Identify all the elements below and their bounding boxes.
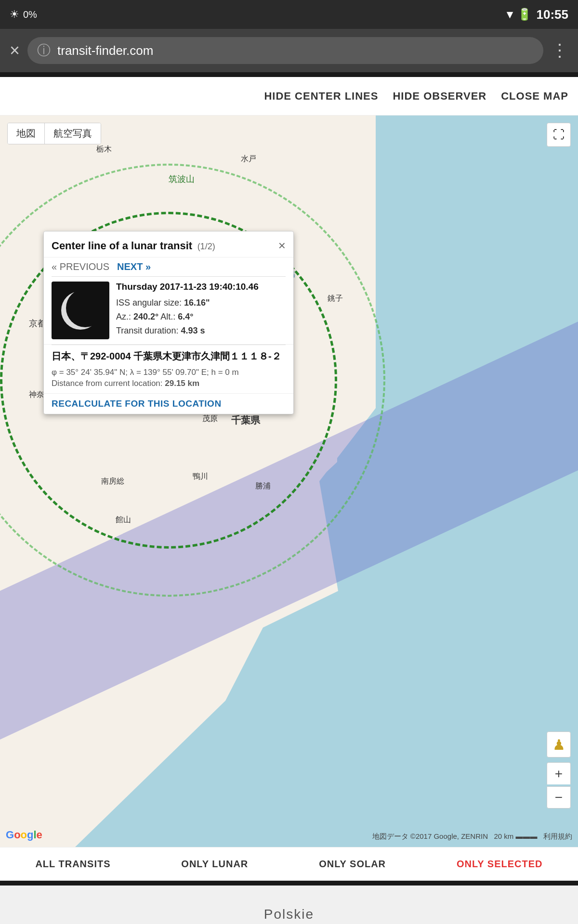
- wifi-icon: ▾: [507, 8, 512, 21]
- popup-prev-button[interactable]: « PREVIOUS: [52, 261, 109, 272]
- hide-observer-button[interactable]: HIDE OBSERVER: [393, 90, 486, 103]
- status-bar-left: ☀ 0%: [10, 8, 37, 21]
- iss-size-value: 16.16": [184, 298, 210, 308]
- popup-detail: ISS angular size: 16.16" Az.: 240.2° Alt…: [116, 296, 286, 337]
- popup-header: Center line of a lunar transit (1/2) ×: [44, 231, 293, 257]
- only-selected-button[interactable]: ONLY SELECTED: [457, 859, 543, 870]
- bottom-toolbar: ALL TRANSITS ONLY LUNAR ONLY SOLAR ONLY …: [0, 847, 578, 881]
- only-lunar-button[interactable]: ONLY LUNAR: [181, 859, 248, 870]
- popup-title-area: Center line of a lunar transit (1/2): [52, 240, 215, 252]
- alt-value: 6.4°: [178, 312, 193, 321]
- map-type-switcher[interactable]: 地図 航空写真: [7, 123, 101, 144]
- popup-counter: (1/2): [197, 242, 215, 251]
- google-g2: g: [27, 829, 33, 841]
- clock: 10:55: [537, 7, 569, 22]
- recalculate-button[interactable]: RECALCULATE FOR THIS LOCATION: [44, 394, 293, 414]
- az-label: Az.:: [116, 312, 133, 321]
- battery-percent: 0%: [23, 9, 37, 20]
- distance-value: 29.15 km: [165, 379, 199, 388]
- map-type-map[interactable]: 地図: [8, 123, 45, 144]
- popup-title: Center line of a lunar transit: [52, 240, 192, 252]
- az-value: 240.2°: [133, 312, 158, 321]
- duration-value: 4.93 s: [181, 326, 205, 335]
- popup-info: Thursday 2017-11-23 19:40:10.46 ISS angu…: [116, 282, 286, 339]
- info-icon: ⓘ: [37, 41, 51, 60]
- google-o2: o: [21, 829, 27, 841]
- below-map-area: Polskie: [0, 886, 578, 924]
- zoom-out-icon: −: [555, 790, 563, 805]
- browser-bar: × ⓘ transit-finder.com ⋮: [0, 29, 578, 72]
- fullscreen-button[interactable]: ⛶: [547, 123, 571, 147]
- only-solar-button[interactable]: ONLY SOLAR: [319, 859, 386, 870]
- map-controls: ♟ + −: [547, 732, 571, 808]
- status-bar-right: ▾ 🔋 10:55: [507, 7, 569, 22]
- location-name: 日本、〒292-0004 千葉県木更津市久津間１１１８-２: [52, 350, 286, 363]
- browser-close-button[interactable]: ×: [10, 40, 20, 61]
- moon-crescent: [61, 291, 100, 330]
- google-e: e: [37, 829, 42, 841]
- hide-center-lines-button[interactable]: HIDE CENTER LINES: [264, 90, 378, 103]
- fullscreen-icon: ⛶: [553, 128, 565, 141]
- pegman-icon: ♟: [552, 736, 565, 753]
- map-type-aerial[interactable]: 航空写真: [45, 123, 101, 144]
- location-distance: Distance from current location: 29.15 km: [52, 379, 286, 388]
- close-map-button[interactable]: CLOSE MAP: [501, 90, 568, 103]
- zoom-out-button[interactable]: −: [547, 786, 571, 808]
- popup-card: Center line of a lunar transit (1/2) × «…: [43, 231, 294, 414]
- zoom-in-icon: +: [555, 766, 563, 782]
- attribution-text: 地図データ ©2017 Google, ZENRIN 20 km ▬▬▬ 利用規…: [372, 832, 572, 840]
- below-map-text: Polskie: [264, 907, 314, 922]
- popup-location: 日本、〒292-0004 千葉県木更津市久津間１１１８-２ φ = 35° 24…: [44, 345, 293, 394]
- map-toolbar: HIDE CENTER LINES HIDE OBSERVER CLOSE MA…: [0, 77, 578, 116]
- browser-menu-button[interactable]: ⋮: [551, 40, 568, 61]
- main-content: HIDE CENTER LINES HIDE OBSERVER CLOSE MA…: [0, 77, 578, 881]
- location-coords: φ = 35° 24' 35.94" N; λ = 139° 55' 09.70…: [52, 366, 286, 379]
- popup-next-button[interactable]: NEXT »: [117, 261, 151, 272]
- duration-label: Transit duration:: [116, 326, 181, 335]
- url-bar[interactable]: ⓘ transit-finder.com: [27, 37, 543, 64]
- popup-body: Thursday 2017-11-23 19:40:10.46 ISS angu…: [44, 277, 293, 345]
- moon-image: [52, 282, 109, 339]
- popup-close-button[interactable]: ×: [278, 238, 286, 253]
- distance-label: Distance from current location:: [52, 379, 165, 388]
- google-o1: o: [14, 829, 20, 841]
- popup-nav: « PREVIOUS NEXT »: [44, 257, 293, 276]
- map-attribution: 地図データ ©2017 Google, ZENRIN 20 km ▬▬▬ 利用規…: [372, 832, 572, 841]
- signal-icon: ☀: [10, 8, 19, 21]
- pegman-button[interactable]: ♟: [547, 732, 571, 757]
- popup-date: Thursday 2017-11-23 19:40:10.46: [116, 282, 286, 292]
- alt-label: Alt.:: [158, 312, 178, 321]
- iss-size-label: ISS angular size:: [116, 298, 184, 308]
- battery-icon: 🔋: [517, 8, 532, 21]
- all-transits-button[interactable]: ALL TRANSITS: [35, 859, 110, 870]
- google-g: G: [6, 829, 14, 841]
- status-bar: ☀ 0% ▾ 🔋 10:55: [0, 0, 578, 29]
- map-container[interactable]: 地図 航空写真 ⛶ 筑波山 水戸 栃木 鹿嶋 銚子 千葉県 横浜 神奈川県 君津…: [0, 116, 578, 847]
- url-text: transit-finder.com: [57, 43, 153, 58]
- google-logo: Google: [6, 829, 42, 841]
- zoom-in-button[interactable]: +: [547, 762, 571, 784]
